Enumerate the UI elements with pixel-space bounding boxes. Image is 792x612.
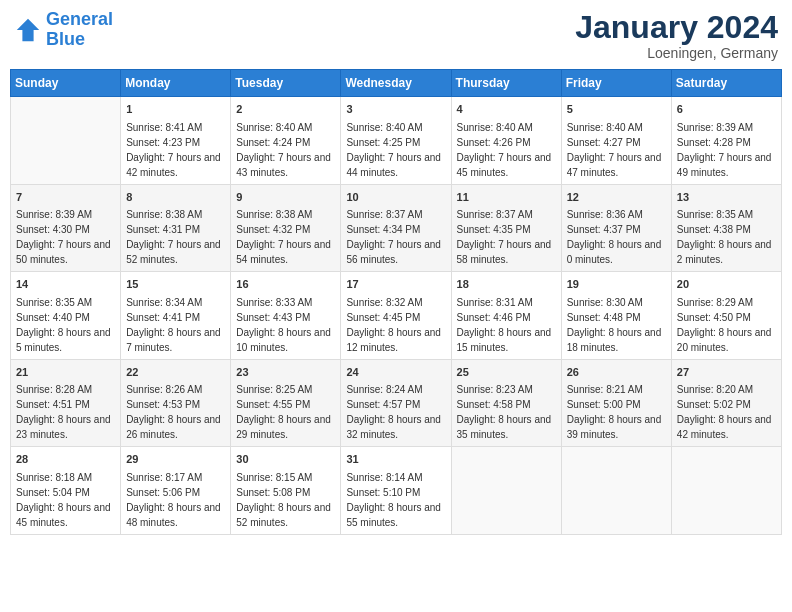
sunset-text: Sunset: 4:28 PM xyxy=(677,135,776,150)
day-number: 5 xyxy=(567,101,666,118)
sunrise-text: Sunrise: 8:26 AM xyxy=(126,382,225,397)
week-row-5: 28Sunrise: 8:18 AMSunset: 5:04 PMDayligh… xyxy=(11,447,782,535)
day-number: 28 xyxy=(16,451,115,468)
sunrise-text: Sunrise: 8:17 AM xyxy=(126,470,225,485)
calendar-cell: 25Sunrise: 8:23 AMSunset: 4:58 PMDayligh… xyxy=(451,359,561,447)
day-number: 11 xyxy=(457,189,556,206)
calendar-cell xyxy=(11,97,121,185)
sunset-text: Sunset: 5:10 PM xyxy=(346,485,445,500)
day-number: 25 xyxy=(457,364,556,381)
sunset-text: Sunset: 4:23 PM xyxy=(126,135,225,150)
calendar-cell: 16Sunrise: 8:33 AMSunset: 4:43 PMDayligh… xyxy=(231,272,341,360)
daylight-text: Daylight: 7 hours and 43 minutes. xyxy=(236,150,335,180)
col-header-sunday: Sunday xyxy=(11,70,121,97)
calendar-cell: 14Sunrise: 8:35 AMSunset: 4:40 PMDayligh… xyxy=(11,272,121,360)
calendar-cell: 21Sunrise: 8:28 AMSunset: 4:51 PMDayligh… xyxy=(11,359,121,447)
sunset-text: Sunset: 4:35 PM xyxy=(457,222,556,237)
col-header-wednesday: Wednesday xyxy=(341,70,451,97)
col-header-friday: Friday xyxy=(561,70,671,97)
week-row-1: 1Sunrise: 8:41 AMSunset: 4:23 PMDaylight… xyxy=(11,97,782,185)
calendar-cell: 28Sunrise: 8:18 AMSunset: 5:04 PMDayligh… xyxy=(11,447,121,535)
sunset-text: Sunset: 4:25 PM xyxy=(346,135,445,150)
week-row-4: 21Sunrise: 8:28 AMSunset: 4:51 PMDayligh… xyxy=(11,359,782,447)
day-number: 20 xyxy=(677,276,776,293)
sunset-text: Sunset: 4:45 PM xyxy=(346,310,445,325)
sunrise-text: Sunrise: 8:40 AM xyxy=(457,120,556,135)
sunset-text: Sunset: 4:48 PM xyxy=(567,310,666,325)
title-block: January 2024 Loeningen, Germany xyxy=(575,10,778,61)
sunset-text: Sunset: 4:41 PM xyxy=(126,310,225,325)
month-title: January 2024 xyxy=(575,10,778,45)
daylight-text: Daylight: 8 hours and 0 minutes. xyxy=(567,237,666,267)
sunrise-text: Sunrise: 8:25 AM xyxy=(236,382,335,397)
calendar-cell: 31Sunrise: 8:14 AMSunset: 5:10 PMDayligh… xyxy=(341,447,451,535)
sunrise-text: Sunrise: 8:40 AM xyxy=(236,120,335,135)
day-number: 31 xyxy=(346,451,445,468)
sunset-text: Sunset: 5:00 PM xyxy=(567,397,666,412)
svg-marker-0 xyxy=(17,19,39,41)
daylight-text: Daylight: 8 hours and 35 minutes. xyxy=(457,412,556,442)
sunrise-text: Sunrise: 8:23 AM xyxy=(457,382,556,397)
daylight-text: Daylight: 8 hours and 42 minutes. xyxy=(677,412,776,442)
sunrise-text: Sunrise: 8:41 AM xyxy=(126,120,225,135)
daylight-text: Daylight: 7 hours and 45 minutes. xyxy=(457,150,556,180)
daylight-text: Daylight: 8 hours and 15 minutes. xyxy=(457,325,556,355)
calendar-cell: 19Sunrise: 8:30 AMSunset: 4:48 PMDayligh… xyxy=(561,272,671,360)
sunset-text: Sunset: 5:06 PM xyxy=(126,485,225,500)
day-number: 14 xyxy=(16,276,115,293)
sunset-text: Sunset: 4:58 PM xyxy=(457,397,556,412)
logo-text: GeneralBlue xyxy=(46,10,113,50)
daylight-text: Daylight: 8 hours and 20 minutes. xyxy=(677,325,776,355)
day-number: 26 xyxy=(567,364,666,381)
calendar-body: 1Sunrise: 8:41 AMSunset: 4:23 PMDaylight… xyxy=(11,97,782,535)
day-number: 6 xyxy=(677,101,776,118)
calendar-cell xyxy=(451,447,561,535)
calendar-cell: 13Sunrise: 8:35 AMSunset: 4:38 PMDayligh… xyxy=(671,184,781,272)
sunrise-text: Sunrise: 8:33 AM xyxy=(236,295,335,310)
day-number: 8 xyxy=(126,189,225,206)
daylight-text: Daylight: 7 hours and 50 minutes. xyxy=(16,237,115,267)
day-number: 1 xyxy=(126,101,225,118)
day-number: 24 xyxy=(346,364,445,381)
sunrise-text: Sunrise: 8:38 AM xyxy=(126,207,225,222)
sunrise-text: Sunrise: 8:40 AM xyxy=(567,120,666,135)
sunrise-text: Sunrise: 8:14 AM xyxy=(346,470,445,485)
week-row-3: 14Sunrise: 8:35 AMSunset: 4:40 PMDayligh… xyxy=(11,272,782,360)
day-number: 21 xyxy=(16,364,115,381)
daylight-text: Daylight: 8 hours and 2 minutes. xyxy=(677,237,776,267)
calendar-cell: 4Sunrise: 8:40 AMSunset: 4:26 PMDaylight… xyxy=(451,97,561,185)
daylight-text: Daylight: 7 hours and 42 minutes. xyxy=(126,150,225,180)
daylight-text: Daylight: 8 hours and 23 minutes. xyxy=(16,412,115,442)
sunset-text: Sunset: 4:46 PM xyxy=(457,310,556,325)
sunrise-text: Sunrise: 8:32 AM xyxy=(346,295,445,310)
daylight-text: Daylight: 8 hours and 48 minutes. xyxy=(126,500,225,530)
day-number: 3 xyxy=(346,101,445,118)
sunset-text: Sunset: 4:27 PM xyxy=(567,135,666,150)
sunrise-text: Sunrise: 8:37 AM xyxy=(346,207,445,222)
day-number: 10 xyxy=(346,189,445,206)
sunrise-text: Sunrise: 8:39 AM xyxy=(16,207,115,222)
calendar-cell: 1Sunrise: 8:41 AMSunset: 4:23 PMDaylight… xyxy=(121,97,231,185)
calendar-cell: 23Sunrise: 8:25 AMSunset: 4:55 PMDayligh… xyxy=(231,359,341,447)
calendar-cell: 7Sunrise: 8:39 AMSunset: 4:30 PMDaylight… xyxy=(11,184,121,272)
sunrise-text: Sunrise: 8:29 AM xyxy=(677,295,776,310)
sunset-text: Sunset: 4:26 PM xyxy=(457,135,556,150)
sunrise-text: Sunrise: 8:39 AM xyxy=(677,120,776,135)
sunset-text: Sunset: 4:32 PM xyxy=(236,222,335,237)
calendar-cell: 30Sunrise: 8:15 AMSunset: 5:08 PMDayligh… xyxy=(231,447,341,535)
col-header-tuesday: Tuesday xyxy=(231,70,341,97)
calendar-table: SundayMondayTuesdayWednesdayThursdayFrid… xyxy=(10,69,782,535)
col-header-thursday: Thursday xyxy=(451,70,561,97)
daylight-text: Daylight: 7 hours and 56 minutes. xyxy=(346,237,445,267)
sunset-text: Sunset: 4:53 PM xyxy=(126,397,225,412)
sunrise-text: Sunrise: 8:34 AM xyxy=(126,295,225,310)
sunset-text: Sunset: 4:38 PM xyxy=(677,222,776,237)
calendar-cell: 22Sunrise: 8:26 AMSunset: 4:53 PMDayligh… xyxy=(121,359,231,447)
daylight-text: Daylight: 7 hours and 58 minutes. xyxy=(457,237,556,267)
calendar-cell: 27Sunrise: 8:20 AMSunset: 5:02 PMDayligh… xyxy=(671,359,781,447)
daylight-text: Daylight: 8 hours and 45 minutes. xyxy=(16,500,115,530)
daylight-text: Daylight: 8 hours and 32 minutes. xyxy=(346,412,445,442)
calendar-cell: 2Sunrise: 8:40 AMSunset: 4:24 PMDaylight… xyxy=(231,97,341,185)
day-number: 4 xyxy=(457,101,556,118)
sunrise-text: Sunrise: 8:40 AM xyxy=(346,120,445,135)
